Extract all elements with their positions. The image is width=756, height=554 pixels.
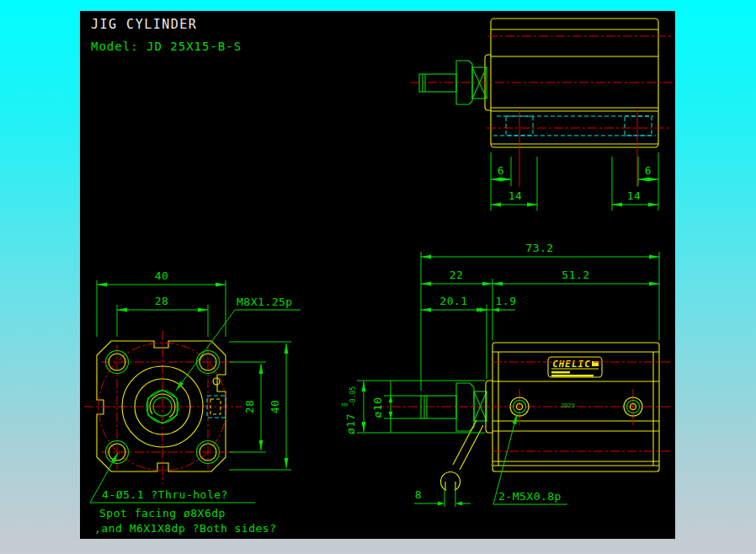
dim-bolt-28: 28 <box>155 295 169 307</box>
dim-height-40: 40 <box>269 400 281 414</box>
thread-label: M8X1.25p <box>237 296 293 308</box>
thread-depth-note: ,and M6X1X8dp ?Both sides? <box>94 522 277 535</box>
model-label: Model: JD 25X15-B-S <box>91 40 242 53</box>
svg-text:0: 0 <box>342 402 349 407</box>
svg-text:ø17: ø17 <box>344 413 357 434</box>
spot-facing-note: Spot facing ø8X6dp <box>99 507 226 519</box>
dim-body-length: 51.2 <box>562 269 589 281</box>
dim-6-right: 6 <box>645 164 652 177</box>
cad-drawing-canvas[interactable]: JIG CYLINDER Model: JD 25X15-B-S <box>0 0 756 554</box>
thru-hole-label: 4-Ø5.1 ?Thru-hole? <box>102 488 228 501</box>
port-thread-label: 2-M5X0.8p <box>498 490 562 503</box>
dim-total-length: 73.2 <box>525 242 553 254</box>
cad-viewer-window: JIG CYLINDER Model: JD 25X15-B-S <box>0 0 756 554</box>
dim-14-left: 14 <box>508 189 523 202</box>
dim-bolt-28-vertical: 28 <box>243 400 256 414</box>
page-title: JIG CYLINDER <box>91 17 197 32</box>
dim-6-left: 6 <box>498 164 504 177</box>
brand-logo: CHELIC <box>552 359 591 370</box>
dim-sub-a: 20.1 <box>439 295 467 307</box>
dim-rod-diameter: ø10 <box>371 397 384 418</box>
dim-sub-b: 1.9 <box>496 295 517 307</box>
dim-width-40: 40 <box>155 269 169 282</box>
svg-text:-0.05: -0.05 <box>349 386 357 407</box>
dim-rod-end: 22 <box>450 269 464 281</box>
part-code-engraving: JD25 <box>561 402 575 409</box>
dim-wrench-flat: 8 <box>415 488 422 501</box>
dim-14-right: 14 <box>627 189 642 202</box>
